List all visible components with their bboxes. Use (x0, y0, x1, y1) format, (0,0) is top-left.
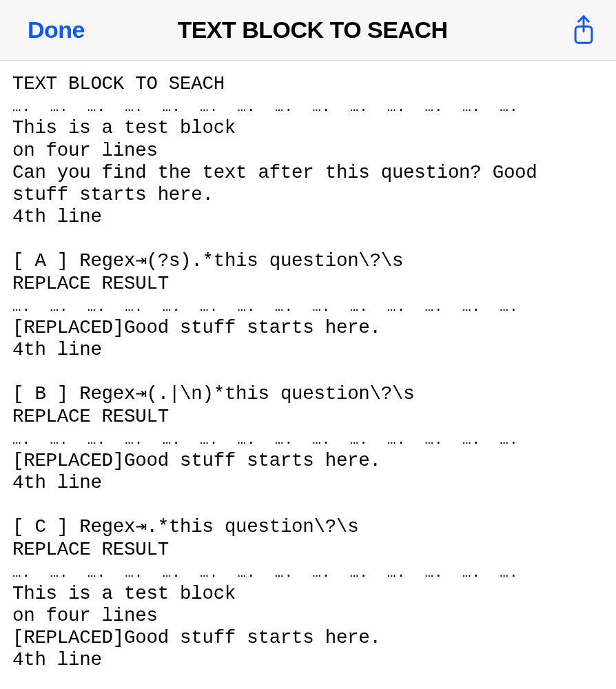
section-c-result-line4: 4th line (12, 649, 102, 670)
section-b-result-line2: 4th line (12, 472, 102, 493)
replace-result-label-b: REPLACE RESULT (12, 406, 169, 427)
block-title: TEXT BLOCK TO SEACH (12, 73, 225, 94)
separator-dots-a: …. …. …. …. …. …. …. …. …. …. …. …. …. …… (12, 299, 519, 315)
test-block-line4: 4th line (12, 206, 102, 227)
page-title: TEXT BLOCK TO SEACH (57, 17, 568, 43)
share-button[interactable] (568, 12, 599, 48)
separator-dots-b: …. …. …. …. …. …. …. …. …. …. …. …. …. …… (12, 432, 519, 448)
test-block-line2: on four lines (12, 140, 158, 161)
separator-dots-c: …. …. …. …. …. …. …. …. …. …. …. …. …. …… (12, 565, 519, 581)
header-bar: Done TEXT BLOCK TO SEACH (0, 0, 616, 61)
section-c-result-line2: on four lines (12, 605, 158, 626)
section-b-result-line1: [REPLACED]Good stuff starts here. (12, 450, 381, 471)
section-c-result-line1: This is a test block (12, 583, 236, 604)
test-block-line3: Can you find the text after this questio… (12, 162, 548, 205)
share-icon (571, 15, 597, 45)
section-b-header: [ B ] Regex⇥(.|\n)*this question\?\s (12, 383, 414, 404)
test-block-line1: This is a test block (12, 117, 236, 138)
replace-result-label-c: REPLACE RESULT (12, 539, 169, 560)
separator-dots: …. …. …. …. …. …. …. …. …. …. …. …. …. …… (12, 99, 519, 115)
section-c-result-line3: [REPLACED]Good stuff starts here. (12, 627, 381, 648)
section-c-header: [ C ] Regex⇥.*this question\?\s (12, 516, 358, 537)
content-area: TEXT BLOCK TO SEACH …. …. …. …. …. …. ….… (0, 61, 616, 684)
section-a-result-line1: [REPLACED]Good stuff starts here. (12, 317, 381, 338)
section-a-result-line2: 4th line (12, 339, 102, 360)
section-a-header: [ A ] Regex⇥(?s).*this question\?\s (12, 250, 403, 271)
replace-result-label-a: REPLACE RESULT (12, 273, 169, 294)
